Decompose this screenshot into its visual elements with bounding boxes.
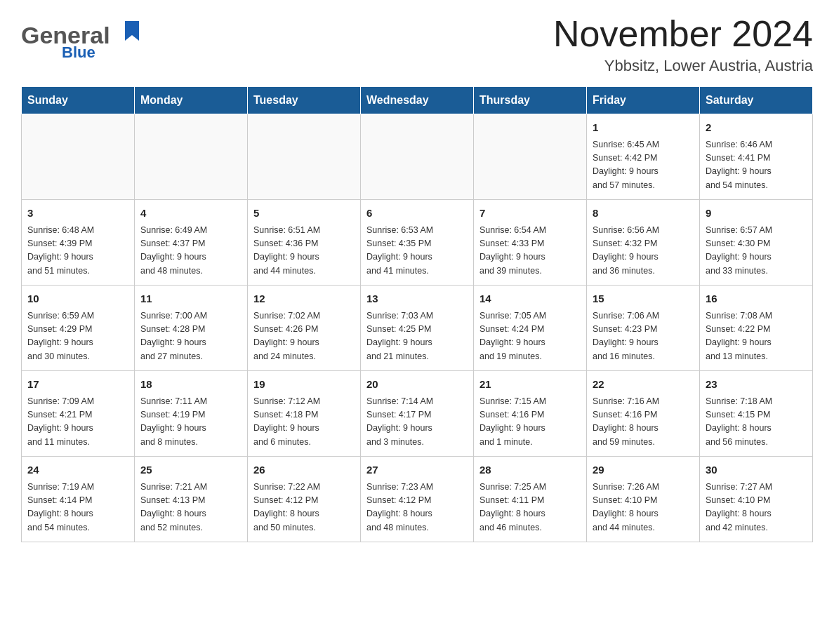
day-number: 27 [366,462,468,478]
day-info: Sunrise: 7:14 AM Sunset: 4:17 PM Dayligh… [366,395,468,450]
day-number: 29 [593,462,694,478]
calendar-cell [474,114,587,200]
day-number: 10 [27,291,128,307]
day-number: 4 [140,206,241,222]
day-number: 23 [706,377,807,393]
calendar-cell: 18Sunrise: 7:11 AM Sunset: 4:19 PM Dayli… [135,371,248,457]
day-info: Sunrise: 6:56 AM Sunset: 4:32 PM Dayligh… [593,224,694,279]
day-info: Sunrise: 6:48 AM Sunset: 4:39 PM Dayligh… [27,224,128,279]
day-info: Sunrise: 6:46 AM Sunset: 4:41 PM Dayligh… [706,138,807,193]
day-info: Sunrise: 7:19 AM Sunset: 4:14 PM Dayligh… [27,481,128,535]
day-number: 1 [593,120,694,136]
day-info: Sunrise: 7:16 AM Sunset: 4:16 PM Dayligh… [593,395,694,450]
calendar-cell [361,114,474,200]
calendar-cell [22,114,135,200]
calendar-cell [135,114,248,200]
calendar-cell: 19Sunrise: 7:12 AM Sunset: 4:18 PM Dayli… [248,371,361,457]
week-row-1: 1Sunrise: 6:45 AM Sunset: 4:42 PM Daylig… [22,114,813,200]
day-number: 13 [366,291,468,307]
day-number: 28 [479,462,581,478]
day-number: 19 [253,377,355,393]
day-header-saturday: Saturday [700,87,813,114]
day-number: 3 [27,206,128,222]
logo-svg: General Blue [21,14,151,63]
day-number: 30 [706,462,807,478]
day-info: Sunrise: 7:23 AM Sunset: 4:12 PM Dayligh… [366,481,468,535]
calendar-cell: 5Sunrise: 6:51 AM Sunset: 4:36 PM Daylig… [248,200,361,286]
day-info: Sunrise: 6:54 AM Sunset: 4:33 PM Dayligh… [479,224,581,279]
day-info: Sunrise: 7:22 AM Sunset: 4:12 PM Dayligh… [253,481,355,535]
day-number: 14 [479,291,581,307]
day-info: Sunrise: 7:02 AM Sunset: 4:26 PM Dayligh… [253,309,355,364]
calendar-cell: 28Sunrise: 7:25 AM Sunset: 4:11 PM Dayli… [474,457,587,542]
calendar-cell: 7Sunrise: 6:54 AM Sunset: 4:33 PM Daylig… [474,200,587,286]
day-number: 5 [253,206,355,222]
week-row-2: 3Sunrise: 6:48 AM Sunset: 4:39 PM Daylig… [22,200,813,286]
calendar-cell: 21Sunrise: 7:15 AM Sunset: 4:16 PM Dayli… [474,371,587,457]
svg-marker-1 [125,21,139,41]
day-info: Sunrise: 7:12 AM Sunset: 4:18 PM Dayligh… [253,395,355,450]
day-header-wednesday: Wednesday [361,87,474,114]
week-row-3: 10Sunrise: 6:59 AM Sunset: 4:29 PM Dayli… [22,286,813,371]
calendar-cell: 4Sunrise: 6:49 AM Sunset: 4:37 PM Daylig… [135,200,248,286]
header: General Blue November 2024 Ybbsitz, Lowe… [21,14,813,75]
day-info: Sunrise: 6:59 AM Sunset: 4:29 PM Dayligh… [27,309,128,364]
day-number: 21 [479,377,581,393]
day-number: 20 [366,377,468,393]
day-info: Sunrise: 6:51 AM Sunset: 4:36 PM Dayligh… [253,224,355,279]
week-row-5: 24Sunrise: 7:19 AM Sunset: 4:14 PM Dayli… [22,457,813,542]
calendar-cell: 20Sunrise: 7:14 AM Sunset: 4:17 PM Dayli… [361,371,474,457]
day-info: Sunrise: 7:05 AM Sunset: 4:24 PM Dayligh… [479,309,581,364]
logo: General Blue [21,14,151,63]
day-number: 22 [593,377,694,393]
day-info: Sunrise: 7:26 AM Sunset: 4:10 PM Dayligh… [593,481,694,535]
calendar-cell: 30Sunrise: 7:27 AM Sunset: 4:10 PM Dayli… [700,457,813,542]
day-number: 16 [706,291,807,307]
day-number: 9 [706,206,807,222]
calendar-cell: 10Sunrise: 6:59 AM Sunset: 4:29 PM Dayli… [22,286,135,371]
day-info: Sunrise: 7:15 AM Sunset: 4:16 PM Dayligh… [479,395,581,450]
day-header-thursday: Thursday [474,87,587,114]
calendar-cell: 8Sunrise: 6:56 AM Sunset: 4:32 PM Daylig… [587,200,700,286]
day-info: Sunrise: 7:08 AM Sunset: 4:22 PM Dayligh… [706,309,807,364]
day-number: 8 [593,206,694,222]
day-info: Sunrise: 6:57 AM Sunset: 4:30 PM Dayligh… [706,224,807,279]
day-number: 17 [27,377,128,393]
calendar-cell: 14Sunrise: 7:05 AM Sunset: 4:24 PM Dayli… [474,286,587,371]
day-number: 25 [140,462,241,478]
day-number: 18 [140,377,241,393]
day-header-sunday: Sunday [22,87,135,114]
calendar-cell: 13Sunrise: 7:03 AM Sunset: 4:25 PM Dayli… [361,286,474,371]
day-number: 2 [706,120,807,136]
calendar-cell: 23Sunrise: 7:18 AM Sunset: 4:15 PM Dayli… [700,371,813,457]
day-header-tuesday: Tuesday [248,87,361,114]
calendar-cell: 2Sunrise: 6:46 AM Sunset: 4:41 PM Daylig… [700,114,813,200]
days-of-week-row: SundayMondayTuesdayWednesdayThursdayFrid… [22,87,813,114]
calendar-cell: 11Sunrise: 7:00 AM Sunset: 4:28 PM Dayli… [135,286,248,371]
day-info: Sunrise: 7:11 AM Sunset: 4:19 PM Dayligh… [140,395,241,450]
calendar-cell: 1Sunrise: 6:45 AM Sunset: 4:42 PM Daylig… [587,114,700,200]
calendar-cell: 3Sunrise: 6:48 AM Sunset: 4:39 PM Daylig… [22,200,135,286]
calendar-cell: 9Sunrise: 6:57 AM Sunset: 4:30 PM Daylig… [700,200,813,286]
day-number: 24 [27,462,128,478]
day-info: Sunrise: 7:27 AM Sunset: 4:10 PM Dayligh… [706,481,807,535]
day-info: Sunrise: 7:06 AM Sunset: 4:23 PM Dayligh… [593,309,694,364]
day-number: 26 [253,462,355,478]
day-number: 12 [253,291,355,307]
calendar-cell: 15Sunrise: 7:06 AM Sunset: 4:23 PM Dayli… [587,286,700,371]
calendar-header: SundayMondayTuesdayWednesdayThursdayFrid… [22,87,813,114]
day-number: 6 [366,206,468,222]
calendar-cell: 25Sunrise: 7:21 AM Sunset: 4:13 PM Dayli… [135,457,248,542]
svg-text:Blue: Blue [62,43,95,61]
calendar-cell: 22Sunrise: 7:16 AM Sunset: 4:16 PM Dayli… [587,371,700,457]
calendar-cell: 6Sunrise: 6:53 AM Sunset: 4:35 PM Daylig… [361,200,474,286]
calendar-body: 1Sunrise: 6:45 AM Sunset: 4:42 PM Daylig… [22,114,813,542]
day-header-friday: Friday [587,87,700,114]
calendar-title: November 2024 [553,14,813,54]
calendar-cell [248,114,361,200]
calendar-cell: 26Sunrise: 7:22 AM Sunset: 4:12 PM Dayli… [248,457,361,542]
day-number: 15 [593,291,694,307]
day-number: 7 [479,206,581,222]
calendar-cell: 24Sunrise: 7:19 AM Sunset: 4:14 PM Dayli… [22,457,135,542]
day-info: Sunrise: 6:45 AM Sunset: 4:42 PM Dayligh… [593,138,694,193]
